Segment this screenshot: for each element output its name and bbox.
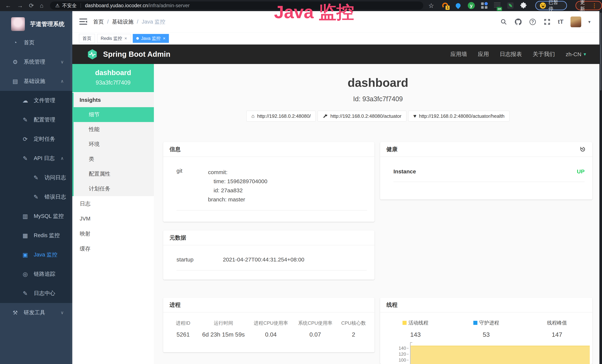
metadata-card-header: 元数据 bbox=[163, 230, 375, 245]
col-header: 运行时间 bbox=[198, 320, 249, 331]
sidebar-item-config-management[interactable]: ✎ 配置管理 bbox=[0, 110, 72, 129]
extension-y-icon[interactable]: y bbox=[468, 2, 475, 10]
process-card-body: 进程ID 运行时间 进程CPU使用率 系统CPU使用率 CPU核心数 5261 … bbox=[163, 312, 375, 338]
sba-nav-journal[interactable]: 日志报表 bbox=[500, 50, 522, 58]
sidebar-item-redis-monitor[interactable]: ▦ Redis 监控 bbox=[0, 226, 72, 245]
sba-menu-mappings[interactable]: 映射 bbox=[72, 226, 154, 241]
breadcrumb-home[interactable]: 首页 bbox=[93, 18, 104, 26]
update-label: 更新 bbox=[580, 0, 589, 12]
extension-grid-icon[interactable] bbox=[481, 2, 488, 10]
peak-threads-value: 147 bbox=[522, 331, 592, 338]
daemon-threads-value: 53 bbox=[451, 331, 522, 338]
sidebar-item-dev-tools[interactable]: ⚒ 研发工具 ∨ bbox=[0, 303, 72, 322]
sidebar-item-scheduled-tasks[interactable]: ⟳ 定时任务 bbox=[0, 129, 72, 149]
extension-sprout-icon[interactable] bbox=[506, 2, 514, 10]
tab-redis-monitor[interactable]: Redis 监控 × bbox=[97, 34, 130, 43]
github-icon[interactable] bbox=[515, 18, 522, 26]
log-icon: ✎ bbox=[32, 193, 40, 201]
endpoint-actuator[interactable]: http://192.168.0.2:48080/actuator bbox=[318, 111, 406, 121]
profile-paused-chip[interactable]: 已暂停 bbox=[535, 1, 567, 10]
sba-menu-logs[interactable]: 日志 bbox=[72, 196, 154, 211]
sidebar-item-label: 错误日志 bbox=[44, 193, 66, 201]
search-icon[interactable] bbox=[500, 18, 507, 26]
sba-menu-jvm[interactable]: JVM bbox=[72, 211, 154, 226]
tab-home[interactable]: 首页 bbox=[79, 34, 95, 43]
extensions-puzzle-icon[interactable] bbox=[520, 2, 527, 10]
edit-icon: ✎ bbox=[21, 117, 29, 123]
tab-label: Java 监控 bbox=[141, 35, 161, 41]
home-icon: ⌂ bbox=[251, 113, 255, 119]
sba-brand[interactable]: Spring Boot Admin bbox=[87, 49, 170, 60]
help-icon[interactable]: ? bbox=[529, 18, 536, 26]
sidebar-item-access-logs[interactable]: ✎ 访问日志 bbox=[0, 168, 72, 187]
scrollbar-thumb[interactable] bbox=[600, 13, 602, 90]
extension-on-icon[interactable]: on bbox=[494, 2, 501, 10]
cell-proc-cpu: 0.04 bbox=[249, 331, 293, 338]
sba-brand-title: Spring Boot Admin bbox=[103, 50, 170, 58]
process-card: 进程 进程ID 运行时间 进程CPU使用率 系统CPU使用率 CPU核心数 52… bbox=[163, 298, 375, 352]
app-logo-row[interactable]: 芋道管理系统 bbox=[0, 11, 72, 33]
close-icon[interactable]: × bbox=[163, 36, 165, 41]
sba-menu-metrics[interactable]: 性能 bbox=[74, 122, 154, 137]
extension-pin-icon[interactable] bbox=[454, 2, 462, 10]
sba-menu-config-props[interactable]: 配置属性 bbox=[74, 167, 154, 181]
reload-icon[interactable]: ⟳ bbox=[29, 0, 34, 11]
sidebar-item-api-logs[interactable]: ✎ API 日志 ∧ bbox=[0, 149, 72, 168]
sidebar-item-label: 基础设施 bbox=[24, 77, 45, 85]
metadata-key: startup bbox=[176, 257, 223, 263]
endpoint-health[interactable]: ♥ http://192.168.0.2:48080/actuator/heal… bbox=[408, 111, 509, 121]
tags-view-bar: 首页 Redis 监控 × Java 监控 × bbox=[72, 32, 602, 44]
back-icon[interactable]: ← bbox=[5, 0, 11, 11]
legend-daemon-threads: 守护进程 bbox=[451, 320, 522, 326]
sidebar-item-label: MySQL 监控 bbox=[34, 213, 64, 220]
sidebar-item-log-center[interactable]: ✎ 日志中心 bbox=[0, 284, 72, 303]
sba-menu-details[interactable]: 细节 bbox=[74, 107, 154, 122]
page-scrollbar[interactable] bbox=[599, 11, 602, 364]
font-size-icon[interactable]: tT bbox=[558, 18, 563, 25]
browser-update-button[interactable]: 更新 ⋮ bbox=[575, 1, 602, 10]
eye-icon: ◎ bbox=[21, 271, 29, 278]
sba-locale-select[interactable]: zh-CN ▾ bbox=[566, 51, 586, 57]
wrench-icon bbox=[322, 114, 328, 119]
sidebar-item-infra[interactable]: ▤ 基础设施 ∧ bbox=[0, 72, 72, 91]
close-icon[interactable]: × bbox=[124, 36, 127, 41]
bookmark-star-icon[interactable]: ☆ bbox=[429, 2, 434, 9]
sidebar-menu: ◔ 首页 ⚙ 系统管理 ∨ ▤ 基础设施 ∧ ☁ 文件管理 ✎ 配置管理 ⟳ 定… bbox=[0, 33, 72, 322]
home-icon[interactable]: ⌂ bbox=[40, 0, 43, 11]
sidebar-item-tracing[interactable]: ◎ 链路追踪 bbox=[0, 264, 72, 284]
user-avatar[interactable] bbox=[570, 17, 581, 27]
sidebar-item-mysql-monitor[interactable]: ▥ MySQL 监控 bbox=[0, 207, 72, 226]
avatar-caret-icon[interactable]: ▾ bbox=[588, 19, 591, 24]
tab-java-monitor[interactable]: Java 监控 × bbox=[133, 34, 169, 43]
sidebar-scrollbar[interactable] bbox=[70, 13, 72, 364]
breadcrumb-infra[interactable]: 基础设施 bbox=[112, 18, 133, 26]
sidebar-item-file-management[interactable]: ☁ 文件管理 bbox=[0, 91, 72, 110]
hamburger-icon[interactable] bbox=[79, 19, 87, 25]
log-icon: ✎ bbox=[21, 290, 29, 297]
endpoint-home[interactable]: ⌂ http://192.168.0.2:48080/ bbox=[247, 111, 316, 121]
y-circle-icon: y bbox=[468, 2, 475, 9]
sidebar-item-label: 系统管理 bbox=[24, 58, 45, 66]
sidebar-item-error-logs[interactable]: ✎ 错误日志 bbox=[0, 187, 72, 207]
extension-orange-icon[interactable]: 1 bbox=[441, 2, 449, 10]
sba-menu-environment[interactable]: 环境 bbox=[74, 137, 154, 152]
on-badge: on bbox=[497, 7, 502, 11]
history-icon[interactable] bbox=[579, 146, 586, 153]
fullscreen-icon[interactable] bbox=[543, 18, 551, 26]
forward-icon[interactable]: → bbox=[17, 0, 23, 11]
sidebar-item-home[interactable]: ◔ 首页 bbox=[0, 33, 72, 52]
health-card-body: Instance UP bbox=[380, 157, 592, 182]
sidebar-item-java-monitor[interactable]: ▣ Java 监控 bbox=[0, 245, 72, 264]
sba-nav-applications[interactable]: 应用 bbox=[478, 50, 489, 58]
sba-menu-scheduled[interactable]: 计划任务 bbox=[74, 181, 154, 196]
sba-nav-wallboard[interactable]: 应用墙 bbox=[450, 50, 467, 58]
sba-nav-about[interactable]: 关于我们 bbox=[533, 50, 555, 58]
sba-menu-caches[interactable]: 缓存 bbox=[72, 241, 154, 256]
sba-menu-classes[interactable]: 类 bbox=[74, 152, 154, 167]
browser-menu-icon[interactable]: ⋮ bbox=[592, 2, 597, 9]
pin-icon bbox=[455, 2, 462, 9]
security-label[interactable]: 不安全 bbox=[62, 2, 76, 9]
emoji-avatar bbox=[540, 2, 546, 9]
sidebar-item-system[interactable]: ⚙ 系统管理 ∨ bbox=[0, 52, 72, 72]
address-bar[interactable]: ⚠ 不安全 dashboard.yudao.iocoder.cn /infra/… bbox=[50, 1, 423, 10]
